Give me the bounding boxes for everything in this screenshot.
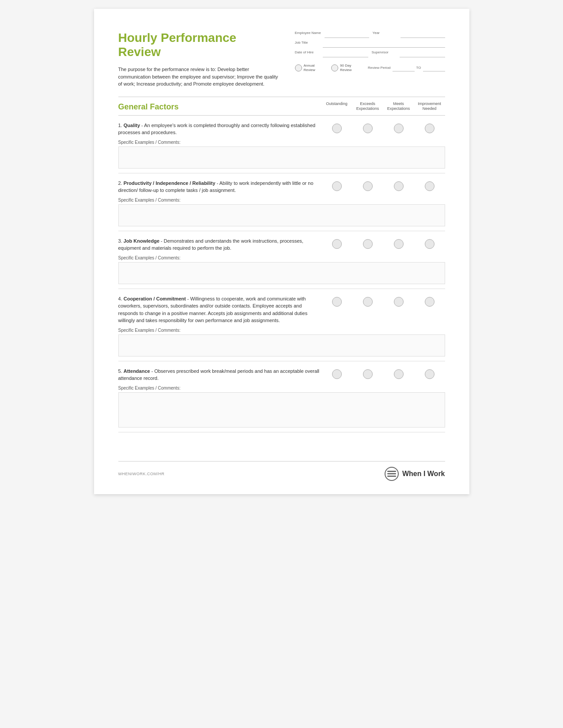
- job-knowledge-comments-area[interactable]: [118, 262, 445, 284]
- productivity-outstanding-radio[interactable]: [332, 181, 342, 191]
- year-input[interactable]: [401, 31, 445, 38]
- description-text: The purpose for the performance review i…: [118, 66, 282, 88]
- factor-ratings-productivity: [321, 180, 445, 191]
- job-knowledge-comments-box: Specific Examples / Comments:: [118, 255, 445, 284]
- job-knowledge-comments-label: Specific Examples / Comments:: [118, 255, 181, 260]
- quality-outstanding-radio[interactable]: [332, 124, 342, 133]
- cooperation-exceeds-radio[interactable]: [363, 297, 373, 307]
- day90-review-option[interactable]: 90 Day Review: [331, 64, 361, 72]
- factor-name-job-knowledge: Job Knowledge: [124, 238, 159, 244]
- section-divider: [118, 97, 445, 97]
- cooperation-outstanding-radio[interactable]: [332, 297, 342, 307]
- job-knowledge-outstanding-radio[interactable]: [332, 239, 342, 249]
- factor-text-productivity: 2. Productivity / Independence / Reliabi…: [118, 180, 321, 194]
- factor-content-productivity: 2. Productivity / Independence / Reliabi…: [118, 180, 445, 194]
- logo-svg: [387, 471, 396, 477]
- factor-name-cooperation: Cooperation / Commitment: [124, 296, 186, 301]
- factor-number-5: 5.: [118, 368, 122, 374]
- svg-rect-0: [387, 471, 396, 472]
- footer-url: WHENIWORK.COM/HR: [118, 472, 165, 476]
- cooperation-comments-box: Specific Examples / Comments:: [118, 328, 445, 356]
- when-i-work-logo-icon: [385, 467, 399, 481]
- productivity-comments-box: Specific Examples / Comments:: [118, 198, 445, 226]
- date-of-hire-input[interactable]: [323, 50, 368, 57]
- job-title-input[interactable]: [323, 41, 445, 48]
- factor-ratings-attendance: [321, 368, 445, 379]
- review-period-to-input[interactable]: [423, 64, 445, 71]
- form-fields: Employee Name Year Job Title Date of Hir…: [295, 31, 445, 72]
- footer-logo-text: When I Work: [402, 470, 445, 478]
- quality-comments-area[interactable]: [118, 146, 445, 169]
- cooperation-improvement-radio[interactable]: [425, 297, 435, 307]
- rating-header-meets: Meets Expectations: [385, 101, 412, 112]
- factor-row-job-knowledge: 3. Job Knowledge - Demonstrates and unde…: [118, 231, 445, 289]
- factors-title: General Factors: [118, 102, 321, 112]
- supervisor-input[interactable]: [400, 50, 445, 57]
- rating-header-exceeds: Exceeds Expectations: [355, 101, 381, 112]
- attendance-comments-label: Specific Examples / Comments:: [118, 386, 181, 390]
- svg-rect-2: [387, 476, 396, 477]
- factor-ratings-cooperation: [321, 295, 445, 307]
- productivity-meets-radio[interactable]: [394, 181, 404, 191]
- attendance-comments-area[interactable]: [118, 392, 445, 428]
- factor-row-attendance: 5. Attendance - Observes prescribed work…: [118, 361, 445, 432]
- quality-comments-label: Specific Examples / Comments:: [118, 140, 181, 145]
- left-header: Hourly Performance Review The purpose fo…: [118, 31, 282, 88]
- day90-review-radio[interactable]: [331, 64, 338, 71]
- attendance-outstanding-radio[interactable]: [332, 369, 342, 379]
- cooperation-meets-radio[interactable]: [394, 297, 404, 307]
- attendance-improvement-radio[interactable]: [425, 369, 435, 379]
- review-period-from-input[interactable]: [393, 64, 415, 71]
- quality-improvement-radio[interactable]: [425, 124, 435, 133]
- factor-content-job-knowledge: 3. Job Knowledge - Demonstrates and unde…: [118, 237, 445, 252]
- supervisor-label: Supervisor: [372, 50, 396, 55]
- factor-row-cooperation: 4. Cooperation / Commitment - Willingnes…: [118, 289, 445, 361]
- top-section: Hourly Performance Review The purpose fo…: [118, 31, 445, 88]
- productivity-comments-label: Specific Examples / Comments:: [118, 198, 181, 203]
- factors-list: 1. Quality - An employee's work is compl…: [118, 116, 445, 432]
- quality-meets-radio[interactable]: [394, 124, 404, 133]
- job-knowledge-meets-radio[interactable]: [394, 239, 404, 249]
- job-knowledge-improvement-radio[interactable]: [425, 239, 435, 249]
- attendance-exceeds-radio[interactable]: [363, 369, 373, 379]
- quality-exceeds-radio[interactable]: [363, 124, 373, 133]
- footer: WHENIWORK.COM/HR When I Work: [118, 461, 445, 481]
- factor-content-attendance: 5. Attendance - Observes prescribed work…: [118, 368, 445, 382]
- factor-ratings-quality: [321, 122, 445, 133]
- svg-rect-1: [387, 473, 396, 475]
- review-period-label: Review Period: [368, 66, 391, 70]
- factor-text-job-knowledge: 3. Job Knowledge - Demonstrates and unde…: [118, 237, 321, 252]
- annual-review-option[interactable]: Annual Review: [295, 64, 325, 72]
- factor-content-quality: 1. Quality - An employee's work is compl…: [118, 122, 445, 136]
- to-label: TO: [416, 66, 421, 70]
- factor-name-quality: Quality: [124, 123, 140, 128]
- factor-number-4: 4.: [118, 296, 122, 301]
- productivity-exceeds-radio[interactable]: [363, 181, 373, 191]
- employee-name-row: Employee Name Year: [295, 31, 445, 38]
- factor-text-quality: 1. Quality - An employee's work is compl…: [118, 122, 321, 136]
- quality-comments-box: Specific Examples / Comments:: [118, 140, 445, 169]
- annual-review-label: Annual Review: [304, 64, 325, 72]
- footer-logo: When I Work: [385, 467, 445, 481]
- factor-name-productivity: Productivity / Independence / Reliabilit…: [124, 180, 215, 186]
- annual-review-radio[interactable]: [295, 64, 302, 71]
- factor-content-cooperation: 4. Cooperation / Commitment - Willingnes…: [118, 295, 445, 324]
- attendance-meets-radio[interactable]: [394, 369, 404, 379]
- employee-name-label: Employee Name: [295, 31, 321, 35]
- job-knowledge-exceeds-radio[interactable]: [363, 239, 373, 249]
- year-label: Year: [373, 31, 397, 35]
- rating-header-outstanding: Outstanding: [324, 101, 350, 112]
- employee-name-input[interactable]: [325, 31, 369, 38]
- hire-supervisor-row: Date of Hire Supervisor: [295, 50, 445, 57]
- cooperation-comments-label: Specific Examples / Comments:: [118, 328, 181, 333]
- review-period-group: Review Period TO: [368, 64, 445, 71]
- productivity-comments-area[interactable]: [118, 204, 445, 226]
- factor-number-3: 3.: [118, 238, 122, 244]
- page: Hourly Performance Review The purpose fo…: [94, 9, 469, 494]
- productivity-improvement-radio[interactable]: [425, 181, 435, 191]
- radio-section: Annual Review 90 Day Review Review Perio…: [295, 64, 445, 72]
- factor-number-1: 1.: [118, 123, 122, 128]
- job-title-label: Job Title: [295, 41, 319, 45]
- cooperation-comments-area[interactable]: [118, 334, 445, 356]
- factor-row-productivity: 2. Productivity / Independence / Reliabi…: [118, 173, 445, 231]
